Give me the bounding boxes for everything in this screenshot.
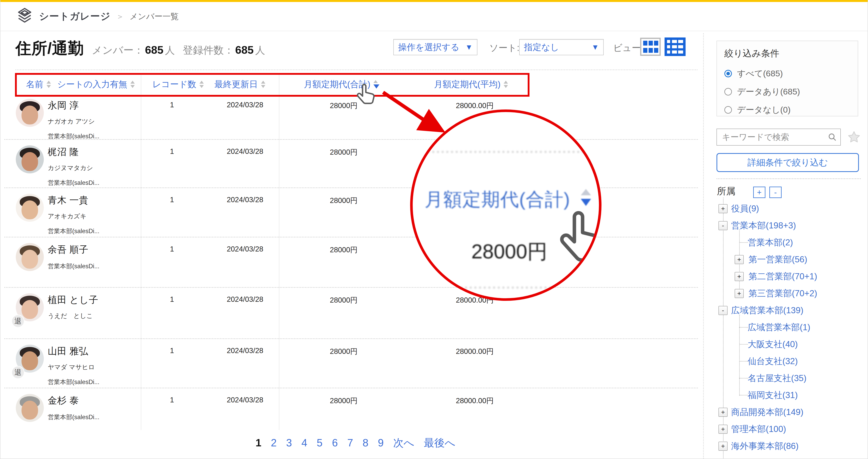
tree-item-label[interactable]: 第二営業部(70+1): [748, 271, 817, 282]
list-view-icon-active[interactable]: [664, 37, 686, 56]
sort-asc-icon[interactable]: [199, 81, 204, 84]
tree-item[interactable]: + 役員(9): [718, 203, 759, 214]
page-link[interactable]: 4: [302, 437, 307, 449]
next-page-link[interactable]: 次へ: [393, 436, 414, 450]
tree-item[interactable]: + 第二営業部(70+1): [735, 271, 817, 282]
tree-collapse-all-button[interactable]: -: [769, 187, 782, 198]
member-name[interactable]: 山田 雅弘: [48, 345, 99, 358]
sort-desc-icon[interactable]: [199, 85, 204, 88]
tree-item-label[interactable]: 福岡支社(31): [748, 389, 798, 401]
tree-toggle-icon[interactable]: -: [718, 221, 727, 230]
tree-item-label[interactable]: 営業本部(2): [748, 237, 793, 248]
radio-icon[interactable]: [724, 70, 732, 77]
tree-item[interactable]: + 第一営業部(56): [735, 254, 807, 265]
avatar[interactable]: [16, 243, 44, 271]
tree-item-label[interactable]: 名古屋支社(35): [748, 372, 806, 384]
table-row[interactable]: 退 山田 雅弘 ヤマダ マサヒロ 営業本部(salesDi... 1 2024/…: [0, 338, 699, 388]
sort-asc-icon[interactable]: [373, 80, 378, 83]
tree-toggle-icon[interactable]: +: [735, 272, 744, 281]
tree-item[interactable]: - 営業本部(198+3): [718, 220, 796, 232]
filter-radio-option[interactable]: すべて(685): [724, 68, 783, 79]
page-link[interactable]: 2: [271, 437, 277, 449]
tree-item[interactable]: 名古屋支社(35): [748, 372, 806, 384]
detail-filter-button[interactable]: 詳細条件で絞り込む: [716, 153, 859, 172]
column-header[interactable]: 月額定期代(合計): [304, 78, 379, 90]
tree-toggle-icon[interactable]: +: [718, 441, 727, 451]
favorite-star-icon[interactable]: [847, 130, 861, 144]
page-link[interactable]: 9: [378, 437, 383, 449]
table-row[interactable]: 金杉 泰 営業本部(salesDi... 1 2024/03/28 28000円…: [0, 388, 699, 434]
member-name[interactable]: 植田 とし子: [48, 294, 98, 306]
filter-radio-option[interactable]: データあり(685): [724, 86, 800, 97]
tree-item[interactable]: - 広域営業本部(139): [718, 305, 804, 316]
sort-select-dropdown[interactable]: 指定なし ▼: [519, 39, 603, 55]
tree-item[interactable]: + 商品開発本部(149): [718, 406, 804, 418]
tree-item[interactable]: 広域営業本部(1): [748, 322, 810, 333]
radio-icon[interactable]: [724, 106, 732, 114]
tree-toggle-icon[interactable]: +: [735, 255, 744, 264]
tree-item[interactable]: 大阪支社(40): [748, 338, 798, 350]
column-header[interactable]: レコード数: [152, 78, 204, 90]
tree-item-label[interactable]: 海外事業本部(86): [731, 440, 799, 452]
tree-item[interactable]: 福岡支社(31): [748, 389, 798, 401]
table-row[interactable]: 永岡 淳 ナガオカ アツシ 営業本部(salesDi... 1 2024/03/…: [0, 93, 699, 139]
tree-item[interactable]: + 第三営業部(70+2): [735, 287, 817, 299]
sort-asc-icon[interactable]: [261, 81, 265, 84]
grid-view-icon[interactable]: [640, 37, 661, 56]
tree-item-label[interactable]: 広域営業本部(139): [731, 305, 804, 316]
keyword-search-input[interactable]: キーワードで検索: [716, 129, 841, 146]
sort-desc-icon[interactable]: [373, 85, 379, 89]
tree-item-label[interactable]: 広域営業本部(1): [748, 322, 810, 333]
tree-item-label[interactable]: 商品開発本部(149): [731, 406, 804, 418]
page-link[interactable]: 6: [332, 437, 338, 449]
page-link[interactable]: 3: [286, 437, 292, 449]
column-header[interactable]: 名前: [26, 78, 51, 90]
page-link[interactable]: 5: [317, 437, 322, 449]
member-name[interactable]: 青木 一貴: [48, 194, 99, 207]
tree-item-label[interactable]: 管理本部(100): [731, 423, 786, 435]
column-header[interactable]: シートの入力有無: [57, 78, 135, 90]
avatar[interactable]: [16, 145, 44, 173]
tree-item-label[interactable]: 第一営業部(56): [748, 254, 807, 265]
page-link[interactable]: 8: [363, 437, 368, 449]
app-title[interactable]: シートガレージ: [39, 10, 111, 23]
tree-toggle-icon[interactable]: +: [735, 289, 744, 298]
tree-item[interactable]: + 海外事業本部(86): [718, 440, 799, 452]
action-select-dropdown[interactable]: 操作を選択する ▼: [393, 39, 477, 55]
sort-desc-icon[interactable]: [504, 85, 508, 88]
tree-item-label[interactable]: 第三営業部(70+2): [748, 287, 817, 299]
last-page-link[interactable]: 最後へ: [424, 436, 455, 450]
sort-asc-icon[interactable]: [504, 81, 508, 84]
tree-item-label[interactable]: 営業本部(198+3): [731, 220, 796, 232]
column-header[interactable]: 最終更新日: [214, 78, 265, 90]
avatar[interactable]: [16, 194, 44, 222]
sort-desc-icon[interactable]: [261, 85, 265, 88]
member-name[interactable]: 梶沼 隆: [48, 146, 99, 158]
sort-asc-icon[interactable]: [130, 81, 135, 84]
tree-expand-all-button[interactable]: +: [753, 187, 766, 198]
tree-toggle-icon[interactable]: +: [718, 425, 727, 434]
member-name[interactable]: 永岡 淳: [48, 99, 99, 112]
tree-item[interactable]: + 管理本部(100): [718, 423, 786, 435]
radio-icon[interactable]: [724, 88, 732, 95]
tree-item-label[interactable]: 仙台支社(32): [748, 356, 798, 367]
page-link[interactable]: 7: [347, 437, 353, 449]
tree-toggle-icon[interactable]: +: [718, 408, 727, 417]
tree-item[interactable]: 営業本部(2): [748, 237, 793, 248]
tree-toggle-icon[interactable]: -: [718, 306, 727, 315]
column-header[interactable]: 月額定期代(平均): [434, 78, 508, 90]
sort-desc-icon[interactable]: [130, 85, 135, 88]
tree-toggle-icon[interactable]: +: [718, 204, 727, 213]
member-name[interactable]: 金杉 泰: [48, 394, 99, 407]
table-row[interactable]: 退 植田 とし子 うえだ としこ 1 2024/03/28 28000円 280…: [0, 287, 699, 338]
avatar[interactable]: [16, 394, 44, 422]
filter-radio-option[interactable]: データなし(0): [724, 104, 791, 116]
tree-item-label[interactable]: 大阪支社(40): [748, 338, 798, 350]
table-row[interactable]: 余吾 順子 営業本部(salesDi... 1 2024/03/28 28000…: [0, 237, 699, 287]
sort-desc-icon[interactable]: [46, 85, 51, 88]
tree-item-label[interactable]: 役員(9): [731, 203, 759, 214]
sort-asc-icon[interactable]: [46, 81, 51, 84]
member-name[interactable]: 余吾 順子: [48, 243, 99, 256]
tree-item[interactable]: 仙台支社(32): [748, 356, 798, 367]
avatar[interactable]: [16, 99, 44, 127]
